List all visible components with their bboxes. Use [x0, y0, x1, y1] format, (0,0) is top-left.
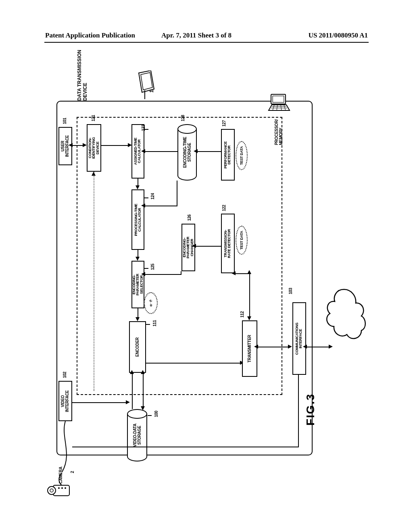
svg-point-16 [65, 487, 66, 489]
communications-interface-block: COMMUNICATIONSINTERFACE [292, 302, 306, 375]
header-rule [44, 42, 369, 43]
svg-marker-4 [269, 105, 290, 110]
page: Patent Application Publication Apr. 7, 2… [0, 0, 413, 532]
dotted-line-cond [94, 172, 94, 391]
transmission-rate-block: TRANSMISSION-RATE DETECTOR [221, 214, 235, 273]
video-data-storage-text: VIDEO-DATASTORAGE [133, 424, 142, 447]
transmission-rate-text: TRANSMISSION-RATE DETECTOR [224, 229, 232, 258]
svg-point-14 [58, 487, 60, 489]
ref-communications-interface: 103 [288, 288, 293, 294]
encoding-time-storage-text: ENCODING-TIMESTORAGE [183, 137, 192, 168]
ref-condition-identifying: 121 [91, 115, 96, 121]
laptop-icon [267, 93, 291, 115]
encoding-selector-block: ENCODING-PARAMETERSELECTOR [131, 261, 144, 308]
ref-video-data-storage: 100 [154, 411, 159, 417]
alpha-t-ellipse: α · tᴸ [144, 292, 158, 314]
test-data-text-1: TEST DATA [240, 146, 244, 165]
ref-encoding-time-storage: 128 [181, 115, 185, 121]
svg-point-15 [61, 487, 63, 489]
ref-performance-detector: 127 [222, 120, 226, 127]
ref-encoding-changer: 126 [187, 214, 192, 221]
ref-encoder: 111 [152, 320, 157, 326]
svg-rect-3 [273, 96, 284, 102]
ref-user-interface: 101 [63, 118, 67, 124]
svg-marker-1 [141, 73, 152, 90]
ref-encoding-selector: 125 [150, 264, 155, 270]
encoding-selector-text: ENCODING-PARAMETERSELECTOR [132, 274, 144, 295]
arrow-dotted-up [92, 172, 96, 176]
processing-time-block: PROCESSING-TIMECALCULATOR [131, 189, 144, 250]
video-interface-block: VIDEOINTERFACE [58, 381, 72, 421]
camera-cable [56, 421, 77, 475]
camera-icon [45, 472, 73, 501]
processing-time-text: PROCESSING-TIMECALCULATOR [134, 204, 142, 236]
figure: FIG.3 DATA TRANSMISSIONDEVICE 1 [44, 64, 369, 492]
ref-assigned-time: 123 [141, 125, 146, 131]
transmitter-block: TRANSMITTER [242, 320, 257, 377]
test-data-ellipse-1: TEST DATA [236, 141, 248, 170]
assigned-time-text: ASSIGNED-TIMECALCULATOR [134, 138, 142, 165]
alpha-t-text: α · tᴸ [149, 299, 153, 306]
ref-processing-time: 124 [150, 193, 155, 200]
svg-point-13 [50, 489, 53, 492]
header-right: US 2011/0080950 A1 [309, 31, 368, 39]
ref-video-interface: 102 [63, 372, 67, 378]
test-data-text-2: TEST DATA [240, 231, 244, 249]
header-left: Patent Application Publication [45, 31, 135, 39]
leader-device [144, 90, 145, 99]
video-interface-text: VIDEOINTERFACE [61, 390, 70, 412]
ref-transmission-rate: 122 [222, 205, 226, 211]
test-data-ellipse-2: TEST DATA [236, 226, 248, 255]
ref-transmitter: 112 [240, 311, 244, 318]
communications-interface-text: COMMUNICATIONSINTERFACE [296, 322, 303, 355]
transmitter-text: TRANSMITTER [248, 335, 252, 362]
performance-detector-block: PERFORMANCEDETECTOR [221, 129, 235, 181]
ref-device: 1 [148, 90, 154, 93]
encoder-text: ENCODER [136, 337, 140, 357]
video-data-storage-block: VIDEO-DATASTORAGE [127, 409, 147, 461]
header-center: Apr. 7, 2011 Sheet 3 of 8 [161, 31, 232, 39]
cloud-icon [322, 285, 366, 347]
encoder-block: ENCODER [129, 321, 146, 373]
condition-identifying-text: CONDITION-IDENTIFYINGDEVICE [88, 137, 100, 159]
condition-identifying-block: CONDITION-IDENTIFYINGDEVICE [87, 124, 101, 172]
performance-detector-text: PERFORMANCEDETECTOR [224, 141, 232, 168]
arrow-ui-cond [72, 145, 83, 146]
